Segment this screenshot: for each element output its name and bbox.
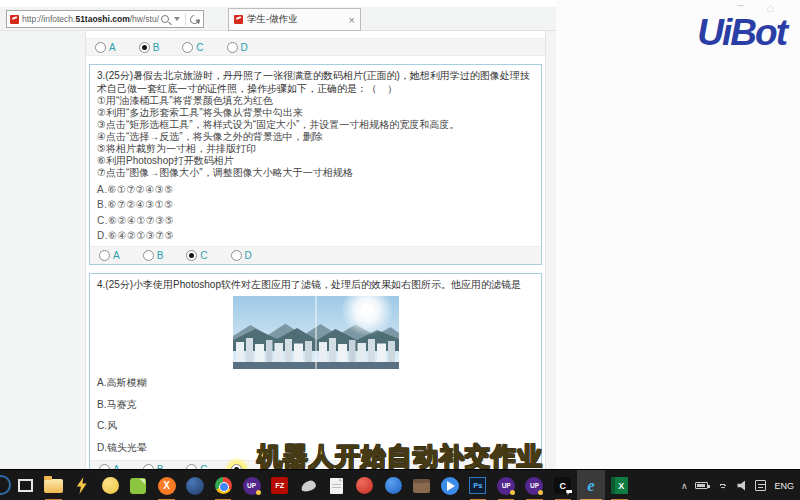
- red-app-button[interactable]: [351, 470, 379, 500]
- question2-answer-row: A B C D: [86, 38, 545, 56]
- radio-icon[interactable]: [231, 250, 242, 261]
- address-bar[interactable]: http://infotech.51taoshi.com/hw/stu/doHo…: [6, 10, 204, 28]
- internet-explorer-icon: e: [587, 477, 595, 494]
- question4-heading: 4.(25分)小李使用Photoshop软件对左图应用了滤镜，处理后的效果如右图…: [97, 279, 534, 292]
- site-favicon: [10, 15, 19, 24]
- uibot-up-button-1[interactable]: UP: [492, 470, 520, 500]
- url-prefix: http://infotech.: [22, 14, 75, 24]
- up-app-button[interactable]: UP: [237, 470, 265, 500]
- question3-step: ①用“油漆桶工具”将背景颜色填充为红色: [97, 95, 534, 107]
- yellow-app-button[interactable]: [96, 470, 124, 500]
- drive-app-button[interactable]: [435, 470, 463, 500]
- archive-app-button[interactable]: [407, 470, 435, 500]
- radio-label: A: [113, 250, 120, 261]
- document-icon: [330, 478, 343, 494]
- url-text: http://infotech.51taoshi.com/hw/stu/doHo…: [22, 14, 159, 24]
- filezilla-icon: FZ: [271, 477, 288, 494]
- tab-favicon: [234, 15, 243, 24]
- cortana-ring-icon[interactable]: [0, 475, 11, 495]
- radio-option-d[interactable]: D: [227, 42, 248, 53]
- question3-step: ⑤将相片裁剪为一寸相，并排版打印: [97, 143, 534, 155]
- box-icon: [413, 479, 430, 493]
- up-badge-icon: UP: [243, 477, 261, 495]
- radio-icon[interactable]: [182, 42, 193, 53]
- radio-label: D: [245, 250, 252, 261]
- red-circle-icon: [356, 477, 373, 494]
- file-explorer-button[interactable]: [39, 470, 67, 500]
- screen: http://infotech.51taoshi.com/hw/stu/doHo…: [0, 0, 800, 500]
- radio-option-c[interactable]: C: [182, 42, 203, 53]
- up-badge-icon: UP: [525, 477, 543, 495]
- radio-option-b[interactable]: B: [143, 250, 164, 261]
- thunder-app-button[interactable]: [68, 470, 96, 500]
- radio-icon[interactable]: [99, 250, 110, 261]
- question3-answer-row: A B C D: [90, 246, 541, 264]
- radio-icon[interactable]: [95, 42, 106, 53]
- green-note-icon: [130, 478, 146, 494]
- emule-button[interactable]: [181, 470, 209, 500]
- xampp-button[interactable]: X: [152, 470, 180, 500]
- folder-icon: [44, 479, 63, 493]
- video-overlay-panel: – ⌂ UiBot: [556, 0, 800, 469]
- radio-label: A: [109, 42, 116, 53]
- quiz-page: A B C D 3.(25分)暑假去北京旅游时，丹丹照了一张很满意的数码相片(正…: [85, 31, 546, 469]
- document-app-button[interactable]: [322, 470, 350, 500]
- language-indicator[interactable]: ENG: [774, 481, 794, 491]
- refresh-icon[interactable]: [188, 13, 201, 26]
- system-tray: ∧ ENG: [681, 470, 794, 500]
- lightning-icon: [75, 477, 89, 494]
- uibot-up-button-2[interactable]: UP: [520, 470, 548, 500]
- chevron-down-icon[interactable]: [174, 17, 180, 21]
- tab-close-icon[interactable]: ×: [349, 14, 355, 26]
- radio-icon-selected[interactable]: [186, 250, 197, 261]
- volume-icon[interactable]: [737, 481, 747, 491]
- battery-icon[interactable]: [695, 482, 708, 489]
- question3-step: ⑦点击“图像→图像大小”，调整图像大小略大于一寸相规格: [97, 167, 534, 179]
- question3-step: ⑥利用Photoshop打开数码相片: [97, 155, 534, 167]
- radio-option-a[interactable]: A: [99, 250, 120, 261]
- notification-panel-icon[interactable]: [755, 480, 766, 491]
- browser-tab[interactable]: 学生-做作业 ×: [228, 8, 361, 31]
- taskbar-icons: X UP FZ Ps UP UP C e X: [11, 470, 634, 500]
- radio-icon-selected[interactable]: [139, 42, 150, 53]
- radio-icon[interactable]: [143, 250, 154, 261]
- bird-icon: [300, 479, 317, 492]
- radio-label: C: [200, 250, 207, 261]
- yellow-circle-icon: [102, 477, 119, 494]
- up-badge-icon: UP: [497, 477, 515, 495]
- radio-option-d[interactable]: D: [231, 250, 252, 261]
- faint-dash: –: [737, 0, 744, 12]
- gray-app-button[interactable]: [294, 470, 322, 500]
- question3-choice-b: B.⑥⑦②④③①⑤: [97, 199, 534, 210]
- photoshop-button[interactable]: Ps: [464, 470, 492, 500]
- taskbar: X UP FZ Ps UP UP C e X ∧ ENG: [0, 469, 800, 500]
- tab-title: 学生-做作业: [247, 13, 345, 26]
- c-chat-icon: C: [554, 477, 571, 494]
- radio-option-b[interactable]: B: [139, 42, 160, 53]
- question3-choice-a: A.⑥①⑦②④③⑤: [97, 184, 534, 195]
- radio-label: B: [157, 250, 164, 261]
- chrome-button[interactable]: [209, 470, 237, 500]
- task-view-button[interactable]: [11, 470, 39, 500]
- wifi-icon[interactable]: [716, 481, 729, 491]
- url-path: /hw/stu/doHomework.do?k: [130, 14, 159, 24]
- radio-icon[interactable]: [227, 42, 238, 53]
- internet-explorer-button[interactable]: e: [577, 470, 605, 500]
- filezilla-button[interactable]: FZ: [266, 470, 294, 500]
- radio-label: C: [196, 42, 203, 53]
- radio-option-c[interactable]: C: [186, 250, 207, 261]
- question3-heading: 3.(25分)暑假去北京旅游时，丹丹照了一张很满意的数码相片(正面的)，她想利用…: [97, 70, 534, 95]
- blue-app-button[interactable]: [379, 470, 407, 500]
- url-domain: 51taoshi.com: [75, 14, 129, 24]
- divider: [185, 13, 186, 25]
- radio-label: B: [153, 42, 160, 53]
- tray-chevron-icon[interactable]: ∧: [681, 481, 688, 491]
- search-icon[interactable]: [161, 15, 169, 23]
- chrome-icon: [215, 477, 232, 494]
- question3-step: ④点击“选择→反选”，将头像之外的背景选中，删除: [97, 131, 534, 143]
- c-app-button[interactable]: C: [549, 470, 577, 500]
- excel-icon: X: [611, 477, 628, 494]
- radio-option-a[interactable]: A: [95, 42, 116, 53]
- notepad-app-button[interactable]: [124, 470, 152, 500]
- excel-button[interactable]: X: [605, 470, 633, 500]
